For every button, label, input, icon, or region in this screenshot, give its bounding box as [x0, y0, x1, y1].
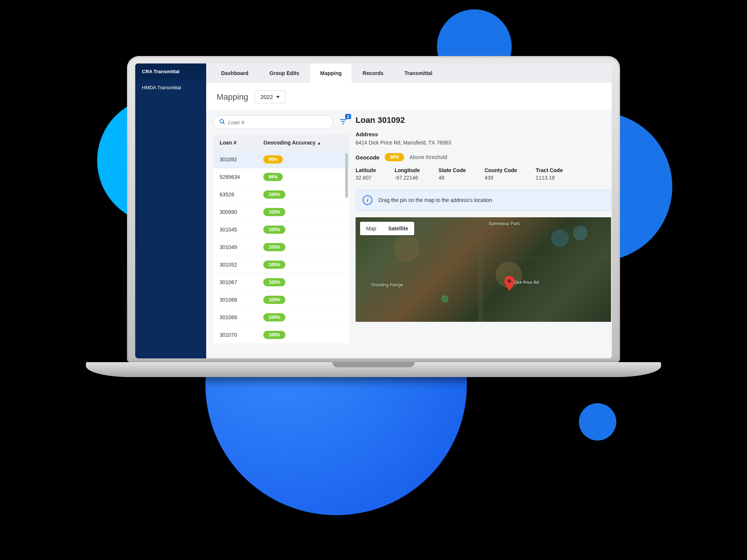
- col-accuracy[interactable]: Geocoding Accuracy▲: [257, 134, 349, 151]
- laptop-mockup: CRA Transmittal HMDA Transmittal Dashboa…: [120, 56, 627, 377]
- svg-point-0: [220, 119, 223, 123]
- cell-loan: 301049: [213, 239, 257, 256]
- cell-accuracy: 100%: [257, 326, 349, 344]
- main-content: Dashboard Group Edits Mapping Records Tr…: [206, 63, 612, 358]
- field-label: Latitude: [356, 167, 376, 173]
- cell-loan: 301069: [213, 309, 257, 326]
- scrollbar-thumb[interactable]: [345, 153, 348, 198]
- tab-dashboard[interactable]: Dashboard: [211, 63, 258, 83]
- accuracy-badge: 99%: [263, 173, 283, 181]
- sidebar-item-hmda[interactable]: HMDA Transmittal: [135, 80, 206, 96]
- laptop-base: [86, 362, 661, 377]
- tab-records[interactable]: Records: [353, 63, 393, 83]
- svg-point-5: [508, 279, 511, 283]
- geocode-status: Above threshold: [409, 154, 447, 160]
- address-label: Address: [356, 131, 611, 137]
- accuracy-badge: 100%: [263, 331, 285, 339]
- field-value: 32.607: [356, 175, 376, 181]
- svg-line-1: [223, 122, 224, 124]
- field-label: State Code: [438, 167, 466, 173]
- cell-accuracy: 99%: [257, 168, 349, 186]
- accuracy-badge: 100%: [263, 225, 285, 234]
- cell-accuracy: 90%: [257, 151, 349, 168]
- cell-loan: 63528: [213, 186, 257, 203]
- geocode-label: Geocode: [356, 154, 379, 161]
- map-pin-icon[interactable]: [504, 276, 515, 292]
- geocode-field: State Code48: [438, 167, 466, 181]
- cell-loan: 301070: [213, 326, 257, 344]
- accuracy-badge: 100%: [263, 313, 285, 321]
- year-select[interactable]: 2022: [255, 90, 285, 103]
- tab-bar: Dashboard Group Edits Mapping Records Tr…: [206, 63, 612, 83]
- table-row[interactable]: 528963499%: [213, 168, 349, 186]
- cell-loan: 301052: [213, 256, 257, 274]
- accuracy-badge: 100%: [263, 243, 285, 251]
- cell-accuracy: 100%: [257, 221, 349, 239]
- accuracy-badge: 100%: [263, 190, 285, 199]
- accuracy-badge: 100%: [263, 261, 285, 269]
- accuracy-badge: 100%: [263, 296, 285, 304]
- accuracy-badge: 100%: [263, 278, 285, 286]
- cell-accuracy: 100%: [257, 239, 349, 256]
- cell-accuracy: 100%: [257, 291, 349, 309]
- tab-mapping[interactable]: Mapping: [310, 63, 351, 83]
- page-title: Mapping: [217, 92, 248, 102]
- loan-table: Loan # Geocoding Accuracy▲ 30109290%5289…: [213, 134, 349, 344]
- loan-detail-panel: Loan 301092 Address 6414 Dick Price Rd, …: [356, 115, 612, 358]
- table-row[interactable]: 301052100%: [213, 256, 349, 274]
- field-label: Tract Code: [536, 167, 562, 173]
- map-label-speedway: Speedway Park: [489, 221, 520, 226]
- geocode-badge: 90%: [385, 153, 404, 161]
- tab-group-edits[interactable]: Group Edits: [260, 63, 309, 83]
- col-loan[interactable]: Loan #: [213, 134, 257, 151]
- geocode-field: County Code439: [484, 167, 517, 181]
- table-row[interactable]: 301045100%: [213, 221, 349, 239]
- map-label-shooting: Shooting Range: [371, 282, 403, 287]
- field-label: County Code: [484, 167, 517, 173]
- cell-accuracy: 100%: [257, 186, 349, 203]
- scrollbar[interactable]: [345, 153, 348, 358]
- cell-accuracy: 100%: [257, 203, 349, 221]
- cell-loan: 301067: [213, 274, 257, 291]
- cell-loan: 301068: [213, 291, 257, 309]
- field-value: 1113.18: [536, 175, 562, 181]
- filter-button[interactable]: 2: [338, 116, 349, 129]
- info-icon: i: [363, 195, 372, 205]
- cell-loan: 5289634: [213, 168, 257, 186]
- sidebar: CRA Transmittal HMDA Transmittal: [135, 63, 206, 358]
- decorative-circle: [579, 403, 616, 441]
- table-row[interactable]: 300990100%: [213, 203, 349, 221]
- map-mode-map[interactable]: Map: [360, 222, 382, 235]
- geocode-fields: Latitude32.607Longitude-97.22146State Co…: [356, 167, 611, 181]
- field-value: -97.22146: [394, 175, 420, 181]
- map-type-toggle: Map Satellite: [360, 222, 414, 235]
- field-label: Longitude: [394, 167, 420, 173]
- search-input[interactable]: [228, 119, 327, 125]
- accuracy-badge: 100%: [263, 208, 285, 216]
- table-row[interactable]: 301049100%: [213, 239, 349, 256]
- map-mode-satellite[interactable]: Satellite: [382, 222, 414, 235]
- cell-accuracy: 100%: [257, 256, 349, 274]
- search-box[interactable]: [213, 115, 333, 129]
- sidebar-item-cra[interactable]: CRA Transmittal: [135, 63, 206, 80]
- page-header: Mapping 2022: [206, 83, 612, 110]
- chevron-down-icon: [276, 96, 280, 98]
- loan-title: Loan 301092: [356, 115, 611, 125]
- cell-loan: 300990: [213, 203, 257, 221]
- accuracy-badge: 90%: [263, 155, 283, 164]
- table-row[interactable]: 301069100%: [213, 309, 349, 326]
- table-row[interactable]: 63528100%: [213, 186, 349, 203]
- table-row[interactable]: 30109290%: [213, 151, 349, 168]
- cell-accuracy: 100%: [257, 309, 349, 326]
- geocode-field: Latitude32.607: [356, 167, 376, 181]
- table-row[interactable]: 301067100%: [213, 274, 349, 291]
- year-value: 2022: [260, 94, 273, 100]
- map[interactable]: Speedway Park Shooting Range Dick Price …: [356, 217, 611, 322]
- info-banner: i Drag the pin on the map to the address…: [356, 190, 611, 211]
- cell-accuracy: 100%: [257, 274, 349, 291]
- table-row[interactable]: 301068100%: [213, 291, 349, 309]
- table-row[interactable]: 301070100%: [213, 326, 349, 344]
- cell-loan: 301045: [213, 221, 257, 239]
- map-label-dickprice: Dick Price Rd: [514, 280, 539, 284]
- tab-transmittal[interactable]: Transmittal: [395, 63, 442, 83]
